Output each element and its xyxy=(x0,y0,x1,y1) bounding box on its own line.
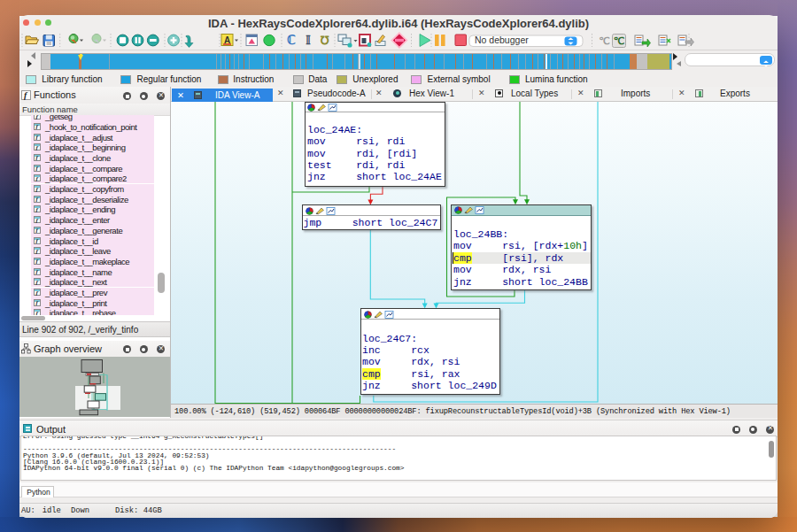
svg-text:℧: ℧ xyxy=(321,34,329,47)
svg-text:𝕀: 𝕀 xyxy=(306,34,311,47)
svg-text:℃: ℃ xyxy=(614,35,625,46)
svg-text:ℂ: ℂ xyxy=(287,34,296,47)
svg-text:No debugger: No debugger xyxy=(475,35,529,45)
svg-text:℃: ℃ xyxy=(599,35,610,46)
svg-text:A: A xyxy=(224,35,230,45)
